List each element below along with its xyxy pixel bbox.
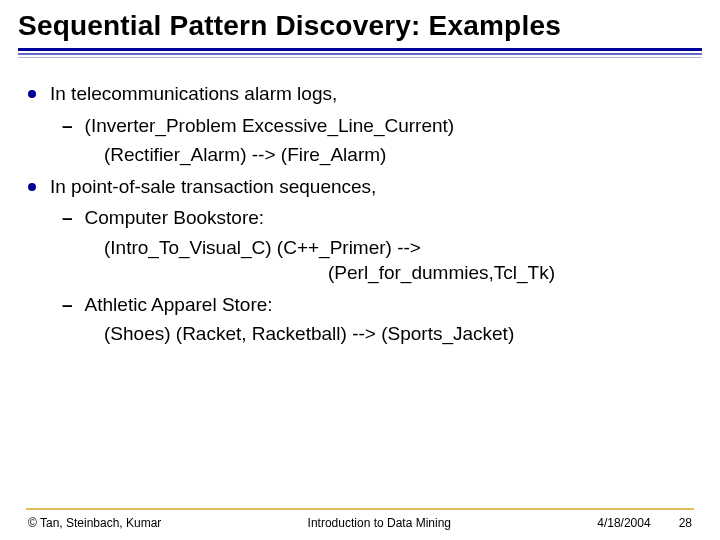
continuation-line: (Perl_for_dummies,Tcl_Tk) [328,259,696,287]
bullet-icon [28,90,36,98]
footer-center: Introduction to Data Mining [161,516,597,530]
dash-icon: – [62,112,73,140]
dash-icon: – [62,291,73,319]
dash-icon: – [62,204,73,232]
footer-page: 28 [679,516,692,530]
sub-bullet-item: – Computer Bookstore: [62,204,696,232]
bullet-text: In telecommunications alarm logs, [50,80,337,108]
footer-divider [26,508,694,510]
sub-bullet-item: – Athletic Apparel Store: [62,291,696,319]
sub-bullet-item: – (Inverter_Problem Excessive_Line_Curre… [62,112,696,140]
bullet-item: In telecommunications alarm logs, [28,80,696,108]
sub-bullet-text: Athletic Apparel Store: [85,291,273,319]
continuation-line: (Intro_To_Visual_C) (C++_Primer) --> [104,234,696,262]
page-title: Sequential Pattern Discovery: Examples [0,0,720,48]
footer: © Tan, Steinbach, Kumar Introduction to … [0,516,720,530]
continuation-line: (Shoes) (Racket, Racketball) --> (Sports… [104,320,696,348]
bullet-icon [28,183,36,191]
slide: Sequential Pattern Discovery: Examples I… [0,0,720,540]
bullet-item: In point-of-sale transaction sequences, [28,173,696,201]
content-area: In telecommunications alarm logs, – (Inv… [0,58,720,348]
footer-copyright: © Tan, Steinbach, Kumar [28,516,161,530]
title-divider [18,48,702,58]
footer-date: 4/18/2004 [597,516,650,530]
continuation-line: (Rectifier_Alarm) --> (Fire_Alarm) [104,141,696,169]
sub-bullet-text: Computer Bookstore: [85,204,265,232]
sub-bullet-text: (Inverter_Problem Excessive_Line_Current… [85,112,455,140]
bullet-text: In point-of-sale transaction sequences, [50,173,376,201]
